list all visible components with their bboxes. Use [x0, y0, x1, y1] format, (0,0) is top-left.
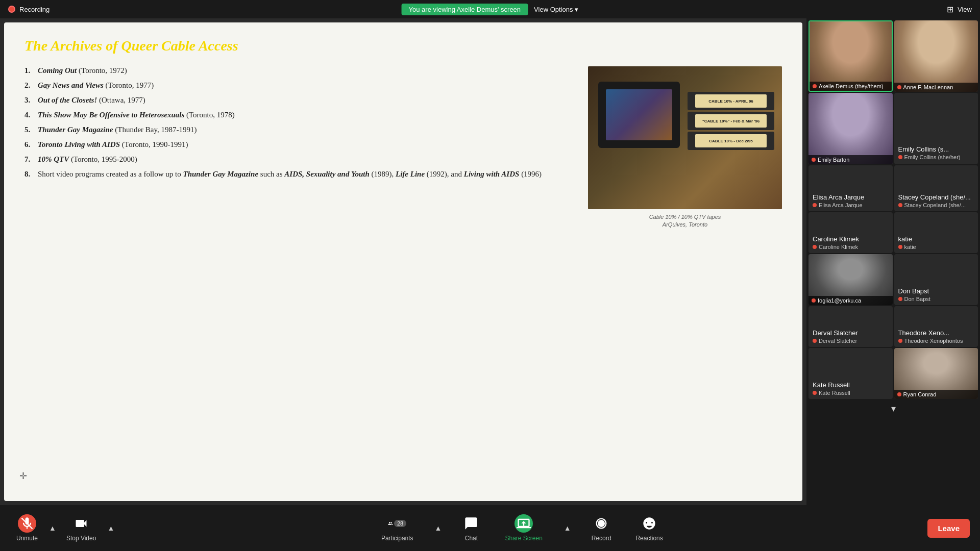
participant-count: 28 [394, 520, 406, 527]
participant-name-elisa: Elisa Arca Jarque [813, 193, 864, 201]
video-caret[interactable]: ▲ [105, 522, 116, 534]
participant-name-stacey-bottom: Stacey Copeland (she/... [898, 202, 966, 208]
participants-icon [388, 516, 393, 531]
mic-muted-icon [898, 203, 902, 207]
record-icon [592, 514, 610, 533]
viewing-banner: You are viewing Axelle Demus' screen [402, 4, 528, 15]
participant-tile-theodore[interactable]: Theodore Xeno... Theodore Xenophontos [894, 306, 978, 347]
participant-name-label: foglia1@yorku.ca [818, 297, 861, 304]
participant-tile-katie[interactable]: katie katie [894, 212, 978, 253]
mic-icon [18, 514, 36, 533]
video-row-2: Emily Barton Emily Collins (s... Emily C… [808, 93, 978, 164]
name-row-6: Derval Slatcher Derval Slatcher Theodore… [808, 306, 978, 347]
participant-name-caroline-bottom: Caroline Klimek [813, 244, 858, 250]
participant-tile-emily-collins[interactable]: Emily Collins (s... Emily Collins (she/h… [894, 93, 978, 164]
top-bar-right: ⊞ View [947, 5, 972, 14]
participant-name-katie: katie [898, 235, 912, 243]
recording-dot [8, 6, 15, 13]
slide-title: The Archives of Queer Cable Access [24, 38, 782, 54]
chat-label: Chat [465, 535, 478, 542]
participant-tile-derval[interactable]: Derval Slatcher Derval Slatcher [808, 306, 893, 347]
tv-prop [598, 82, 680, 148]
share-screen-label: Share Screen [505, 535, 542, 542]
participant-tile-stacey[interactable]: Stacey Copeland (she/... Stacey Copeland… [894, 165, 978, 211]
list-item: 1. Coming Out (Toronto, 1972) [24, 66, 573, 75]
participant-tile-foglia[interactable]: foglia1@yorku.ca [808, 254, 893, 305]
video-row-5: foglia1@yorku.ca Don Bapst Don Bapst [808, 254, 978, 305]
reactions-button[interactable]: Reactions [629, 510, 669, 546]
video-row-1: Axelle Demus (they/them) Anne F. MacLenn… [808, 20, 978, 92]
view-all-label: View [958, 6, 972, 13]
slide-caption: Cable 10% / 10% QTV tapes ArQuives, Toro… [649, 213, 721, 229]
recording-label: Recording [19, 6, 50, 13]
mic-muted-icon [898, 297, 902, 301]
participant-name-foglia: foglia1@yorku.ca [808, 296, 893, 305]
participant-tile-axelle[interactable]: Axelle Demus (they/them) [808, 20, 893, 92]
participant-name-don: Don Bapst [898, 287, 929, 295]
slide-body: 1. Coming Out (Toronto, 1972) 2. Gay New… [24, 66, 782, 486]
participant-name-kate-bottom: Kate Russell [813, 390, 850, 396]
participant-tile-emily-barton[interactable]: Emily Barton [808, 93, 893, 164]
participant-name-axelle: Axelle Demus (they/them) [810, 82, 892, 91]
slide-list: 1. Coming Out (Toronto, 1972) 2. Gay New… [24, 66, 573, 179]
toolbar-right: Leave [927, 519, 970, 538]
participant-name-don-bottom: Don Bapst [898, 296, 930, 302]
top-bar-center: You are viewing Axelle Demus' screen Vie… [402, 4, 579, 15]
presentation-image: CABLE 10% - APRIL 96 "CABLE 10%" - Feb &… [588, 66, 782, 209]
tv-screen [606, 89, 672, 140]
mic-muted-icon [898, 339, 902, 343]
view-options-button[interactable]: View Options ▾ [534, 6, 578, 13]
record-button[interactable]: Record [585, 510, 618, 546]
list-item: 8. Short video programs created as a fol… [24, 170, 573, 179]
reactions-label: Reactions [635, 535, 663, 542]
participant-tile-don[interactable]: Don Bapst Don Bapst [894, 254, 978, 305]
participant-tile-elisa[interactable]: Elisa Arca Jarque Elisa Arca Jarque [808, 165, 893, 211]
share-screen-button[interactable]: Share Screen [499, 510, 548, 546]
vhs-tapes: CABLE 10% - APRIL 96 "CABLE 10%" - Feb &… [688, 92, 774, 150]
participant-name-kate: Kate Russell [813, 381, 850, 389]
unmute-caret[interactable]: ▲ [47, 522, 58, 534]
stop-video-button[interactable]: Stop Video [60, 510, 103, 546]
scroll-down-indicator[interactable]: ▾ [808, 400, 978, 417]
view-options-label: View Options [534, 6, 573, 13]
participants-label: Participants [381, 535, 413, 542]
participant-name-label: Ryan Conrad [903, 391, 937, 397]
stop-video-label: Stop Video [66, 535, 96, 542]
top-bar: Recording You are viewing Axelle Demus' … [0, 0, 980, 18]
slide-image-area: CABLE 10% - APRIL 96 "CABLE 10%" - Feb &… [588, 66, 782, 486]
participant-name-anne: Anne F. MacLennan [894, 83, 978, 92]
mic-muted-icon [897, 85, 901, 89]
presentation-area: The Archives of Queer Cable Access 1. Co… [0, 18, 806, 505]
participant-tile-caroline[interactable]: Caroline Klimek Caroline Klimek [808, 212, 893, 253]
participant-name-theodore: Theodore Xeno... [898, 329, 949, 337]
list-item: 6. Toronto Living with AIDS (Toronto, 19… [24, 140, 573, 149]
participant-tile-anne[interactable]: Anne F. MacLennan [894, 20, 978, 92]
participants-caret[interactable]: ▲ [433, 522, 444, 534]
chat-button[interactable]: Chat [456, 510, 486, 546]
chevron-down-icon: ▾ [575, 6, 578, 13]
list-item: 4. This Show May Be Offensive to Heteros… [24, 111, 573, 119]
participant-name-stacey: Stacey Copeland (she/... [898, 193, 971, 201]
share-screen-caret[interactable]: ▲ [562, 522, 573, 534]
leave-button[interactable]: Leave [927, 519, 970, 538]
mic-muted-icon [898, 245, 902, 249]
slide-list-area: 1. Coming Out (Toronto, 1972) 2. Gay New… [24, 66, 573, 486]
list-item: 5. Thunder Gay Magazine (Thunder Bay, 19… [24, 126, 573, 134]
grid-icon: ⊞ [947, 5, 953, 14]
participants-button[interactable]: 28 Participants [375, 510, 420, 546]
participant-tile-kate[interactable]: Kate Russell Kate Russell [808, 348, 893, 399]
right-sidebar: Axelle Demus (they/them) Anne F. MacLenn… [806, 18, 980, 505]
video-icon [72, 514, 90, 533]
share-screen-icon [514, 514, 533, 533]
recording-section: Recording [8, 6, 50, 13]
mic-muted-icon [897, 392, 901, 396]
participant-name-label: Anne F. MacLennan [903, 84, 953, 90]
participant-name-derval: Derval Slatcher [813, 329, 858, 337]
unmute-button[interactable]: Unmute [10, 510, 44, 546]
chat-icon [462, 514, 480, 533]
list-item: 7. 10% QTV (Toronto, 1995-2000) [24, 155, 573, 164]
mic-muted-icon [813, 339, 817, 343]
tape-label-1: CABLE 10% - APRIL 96 [695, 94, 767, 108]
reactions-icon [640, 514, 658, 533]
participant-tile-ryan[interactable]: Ryan Conrad [894, 348, 978, 399]
